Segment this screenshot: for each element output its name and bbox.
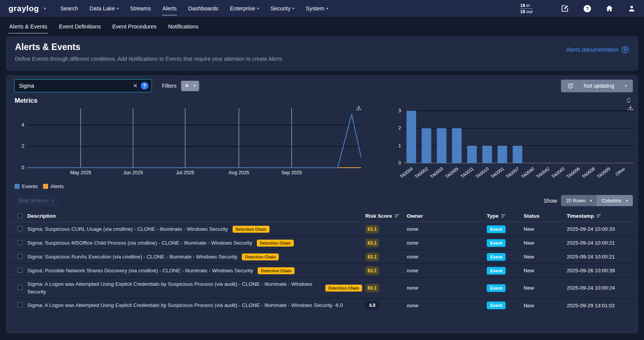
throughput-out-value: 18 <box>520 9 525 14</box>
nav-item-alerts[interactable]: Alerts <box>158 3 181 14</box>
event-type-badge[interactable]: Event <box>487 253 506 261</box>
column-header-type[interactable]: Type <box>487 213 524 219</box>
event-description-link[interactable]: Sigma: Suspicious MSOffice Child Process… <box>27 239 252 247</box>
svg-text:TA0011: TA0011 <box>460 166 474 179</box>
svg-text:4: 4 <box>22 122 24 128</box>
table-row[interactable]: Sigma: Suspicious MSOffice Child Process… <box>9 236 635 250</box>
row-checkbox[interactable] <box>17 226 22 231</box>
risk-score-badge: 4.0 <box>365 301 379 310</box>
search-input[interactable] <box>19 83 130 89</box>
legend-item-alerts[interactable]: Alerts <box>43 183 64 189</box>
risk-score-badge: 63.1 <box>365 225 379 233</box>
compose-edit-icon[interactable] <box>559 3 570 14</box>
detection-chain-badge[interactable]: Detection Chain <box>233 226 270 233</box>
clear-search-icon[interactable]: ✕ <box>130 82 141 89</box>
svg-text:0: 0 <box>398 160 401 166</box>
row-checkbox[interactable] <box>17 254 22 259</box>
table-row[interactable]: Sigma: Suspicious RunAs Execution (via c… <box>9 250 635 264</box>
sort-icon[interactable] <box>596 214 602 218</box>
owner-cell: none <box>407 240 487 246</box>
nav-item-system[interactable]: System▾ <box>301 3 333 14</box>
throughput-out-unit: out <box>526 9 533 14</box>
detection-chain-badge[interactable]: Detection Chain <box>325 285 362 292</box>
show-label: Show <box>544 198 557 204</box>
help-icon[interactable]: ? <box>582 3 592 14</box>
graylog-logo[interactable]: graylog ▾ <box>8 4 46 13</box>
description-cell: Sigma: A Logon was Attempted Using Expli… <box>27 278 365 298</box>
tab-event-procedures[interactable]: Event Procedures <box>108 20 160 33</box>
row-checkbox[interactable] <box>17 268 22 273</box>
tab-event-definitions[interactable]: Event Definitions <box>55 20 105 33</box>
select-all-checkbox[interactable] <box>17 213 22 218</box>
detection-chain-badge[interactable]: Detection Chain <box>257 240 294 247</box>
type-cell: Event <box>487 225 524 233</box>
page-size-button[interactable]: 20 Rows ▾ <box>561 195 597 206</box>
detection-chain-badge[interactable]: Detection Chain <box>242 253 279 260</box>
nav-item-security[interactable]: Security▾ <box>266 3 299 14</box>
column-header-label: Status <box>524 213 539 219</box>
main-menu: SearchData Lake▾StreamsAlertsDashboardsE… <box>56 3 333 14</box>
add-filter-button[interactable]: + ▾ <box>181 81 199 91</box>
svg-text:TA0003: TA0003 <box>429 166 444 179</box>
table-row[interactable]: Sigma: A Logon was Attempted Using Expli… <box>9 278 635 298</box>
owner-cell: none <box>407 285 487 291</box>
line-chart-svg[interactable]: May 2025Jun 2025Jul 2025Aug 2025Sep 2025… <box>11 105 365 182</box>
event-description-link[interactable]: Sigma: A Logon was Attempted Using Expli… <box>27 280 321 295</box>
owner-cell: none <box>407 226 487 232</box>
bar-chart-svg[interactable]: 0123Privilege EscalationTA0004ExecutionT… <box>392 105 634 190</box>
row-checkbox[interactable] <box>17 302 22 307</box>
brand-text: graylog <box>8 4 39 13</box>
legend-label: Alerts <box>50 183 64 189</box>
nav-item-enterprise[interactable]: Enterprise▾ <box>225 3 264 14</box>
event-description-link[interactable]: Sigma: Suspicious RunAs Execution (via c… <box>27 253 237 261</box>
filters-label: Filters <box>162 83 176 89</box>
sort-icon[interactable] <box>394 214 400 218</box>
svg-text:TA0043: TA0043 <box>551 166 565 179</box>
column-header-risk-score[interactable]: Risk Score <box>365 213 407 219</box>
download-chart-icon[interactable] <box>627 105 634 112</box>
event-description-link[interactable]: Sigma: A Logon was Attempted Using Expli… <box>27 302 343 309</box>
event-type-badge[interactable]: Event <box>487 302 506 309</box>
timestamp-cell: 2025-09-24 10:00:21 <box>567 240 631 246</box>
event-type-badge[interactable]: Event <box>487 284 506 292</box>
event-type-badge[interactable]: Event <box>487 267 506 275</box>
status-cell: New <box>524 254 567 260</box>
table-row[interactable]: Sigma: Suspicious CURL Usage (via cmdlin… <box>9 222 635 236</box>
nav-item-dashboards[interactable]: Dashboards <box>184 3 223 14</box>
svg-text:Jul 2025: Jul 2025 <box>176 170 194 175</box>
event-type-badge[interactable]: Event <box>487 239 506 247</box>
row-checkbox[interactable] <box>17 285 22 290</box>
table-row[interactable]: Sigma: A Logon was Attempted Using Expli… <box>9 298 635 312</box>
description-cell: Sigma: Suspicious CURL Usage (via cmdlin… <box>27 223 365 236</box>
sort-icon[interactable] <box>501 214 506 218</box>
nav-item-data-lake[interactable]: Data Lake▾ <box>85 3 123 14</box>
tab-alerts-events[interactable]: Alerts & Events <box>5 20 51 33</box>
owner-cell: none <box>407 268 487 273</box>
event-type-badge[interactable]: Event <box>487 225 506 233</box>
download-chart-icon[interactable] <box>356 105 362 112</box>
table-row[interactable]: Sigma: Possible Network Shares Discovery… <box>9 264 635 278</box>
owner-cell: none <box>407 254 487 260</box>
columns-button[interactable]: Columns ▾ <box>597 195 633 206</box>
type-cell: Event <box>487 267 524 275</box>
refresh-interval-button[interactable]: Not updating ▾ <box>561 80 633 92</box>
home-icon[interactable] <box>604 3 615 14</box>
legend-item-events[interactable]: Events <box>15 183 38 189</box>
nav-item-search[interactable]: Search <box>56 3 83 14</box>
throughput-indicator[interactable]: 18 in 18 out <box>520 3 533 15</box>
query-help-icon[interactable]: ? <box>141 82 148 90</box>
row-checkbox[interactable] <box>17 240 22 245</box>
detection-chain-badge[interactable]: Detection Chain <box>258 267 295 274</box>
user-icon[interactable] <box>626 3 637 14</box>
event-description-link[interactable]: Sigma: Suspicious CURL Usage (via cmdlin… <box>27 225 228 233</box>
svg-text:2: 2 <box>22 143 24 149</box>
event-description-link[interactable]: Sigma: Possible Network Shares Discovery… <box>27 267 253 275</box>
tab-notifications[interactable]: Notifications <box>164 20 202 33</box>
row-checkbox-cell <box>17 254 27 260</box>
alerts-documentation-link[interactable]: Alerts documentation <box>566 46 629 53</box>
collapse-metrics-icon[interactable] <box>626 97 631 105</box>
column-header-label: Timestamp <box>567 213 594 219</box>
column-header-timestamp[interactable]: Timestamp <box>567 213 631 219</box>
nav-item-streams[interactable]: Streams <box>125 3 155 14</box>
bulk-actions-button[interactable]: Bulk actions ▾ <box>14 195 59 206</box>
